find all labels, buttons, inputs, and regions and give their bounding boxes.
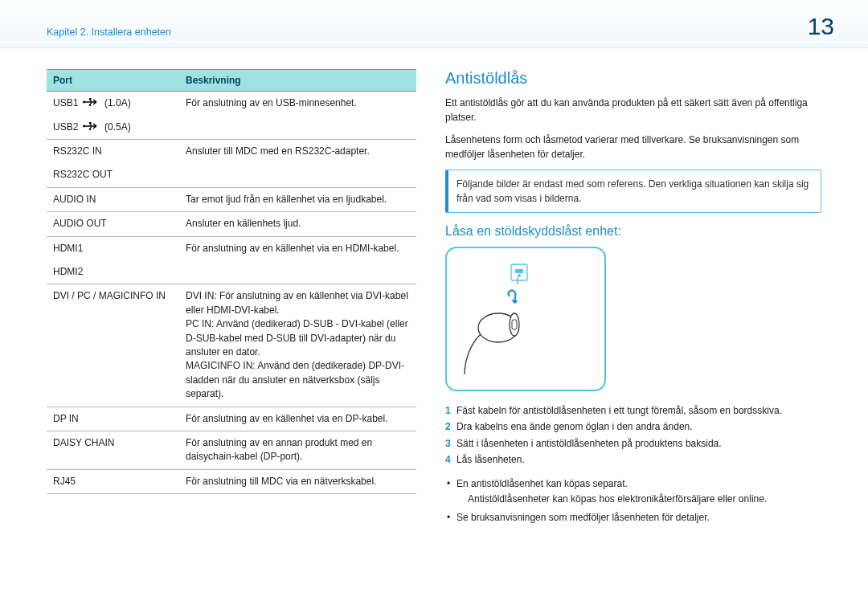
cell-desc: För anslutning av en källenhet via en DP…	[179, 407, 416, 431]
cell-port: AUDIO IN	[47, 187, 179, 211]
svg-rect-7	[515, 269, 523, 273]
cell-desc	[179, 116, 416, 140]
svg-point-2	[89, 104, 91, 106]
ports-table: Port Beskrivning USB1 (1.0A)För anslutni…	[47, 69, 416, 494]
svg-point-5	[89, 128, 91, 129]
cell-desc: För anslutning av en källenhet via en HD…	[179, 236, 416, 260]
svg-point-0	[83, 101, 85, 104]
bullet-item: En antistöldlåsenhet kan köpas separat. …	[445, 476, 821, 507]
cell-desc: Ansluter en källenhets ljud.	[179, 212, 416, 236]
step-item: Lås låsenheten.	[445, 452, 821, 468]
section-title: Antistöldlås	[445, 69, 821, 88]
step-item: Sätt i låsenheten i antistöldlåsenheten …	[445, 435, 821, 452]
svg-point-8	[518, 274, 521, 277]
cell-desc: DVI IN: För anslutning av en källenhet v…	[179, 284, 416, 407]
page-number: 13	[808, 13, 834, 40]
cell-desc	[179, 163, 416, 187]
usb-icon	[83, 96, 100, 110]
steps-list: Fäst kabeln för antistöldlåsenheten i et…	[445, 403, 821, 468]
cell-desc: För anslutning av en USB-minnesenhet.	[179, 92, 416, 116]
table-row: RS232C OUT	[47, 163, 416, 187]
cell-port: RS232C OUT	[47, 163, 179, 187]
right-column: Antistöldlås Ett antistöldlås gör att du…	[445, 69, 821, 529]
cell-desc: För anslutning av en annan produkt med e…	[179, 431, 416, 469]
cell-port: HDMI2	[47, 260, 179, 284]
bullet-subtext: Antistöldlåsenheter kan köpas hos elektr…	[457, 492, 821, 507]
step-item: Fäst kabeln för antistöldlåsenheten i et…	[445, 403, 821, 419]
cell-desc: Tar emot ljud från en källenhet via en l…	[179, 187, 416, 211]
cell-desc: Ansluter till MDC med en RS232C-adapter.	[179, 140, 416, 164]
table-row: RJ45För anslutning till MDC via en nätve…	[47, 469, 416, 493]
port-label: USB2	[53, 121, 78, 133]
bullet-item: Se bruksanvisningen som medföljer låsenh…	[445, 510, 821, 525]
cell-port: USB1 (1.0A)	[47, 92, 179, 116]
bullet-text: En antistöldlåsenhet kan köpas separat.	[457, 478, 628, 489]
table-row: HDMI1För anslutning av en källenhet via …	[47, 236, 416, 260]
th-port: Port	[47, 70, 179, 92]
cell-port: HDMI1	[47, 236, 179, 260]
sub-title: Låsa en stöldskyddslåst enhet:	[445, 224, 821, 239]
table-row: HDMI2	[47, 260, 416, 284]
page-header: Kapitel 2. Installera enheten 13	[0, 0, 868, 48]
port-label: USB1	[53, 97, 78, 108]
table-row: DP INFör anslutning av en källenhet via …	[47, 407, 416, 431]
cell-desc: För anslutning till MDC via en nätverksk…	[179, 469, 416, 493]
th-desc: Beskrivning	[179, 70, 416, 92]
intro-para-1: Ett antistöldlås gör att du kan använda …	[445, 96, 821, 125]
note-box: Följande bilder är endast med som refere…	[445, 170, 821, 213]
lock-illustration	[461, 258, 558, 378]
svg-point-10	[510, 313, 519, 336]
usb-icon	[83, 121, 100, 134]
table-row: DAISY CHAINFör anslutning av en annan pr…	[47, 431, 416, 469]
cell-port: AUDIO OUT	[47, 212, 179, 236]
page-content: Port Beskrivning USB1 (1.0A)För anslutni…	[0, 48, 868, 529]
cell-port: RS232C IN	[47, 140, 179, 164]
cell-port: USB2 (0.5A)	[47, 116, 179, 140]
bullets-list: En antistöldlåsenhet kan köpas separat. …	[445, 476, 821, 526]
cell-port: DAISY CHAIN	[47, 431, 179, 469]
cell-desc	[179, 260, 416, 284]
step-item: Dra kabelns ena ände genom öglan i den a…	[445, 419, 821, 435]
table-row: RS232C INAnsluter till MDC med en RS232C…	[47, 140, 416, 164]
table-row: AUDIO INTar emot ljud från en källenhet …	[47, 187, 416, 211]
table-row: USB2 (0.5A)	[47, 116, 416, 140]
svg-point-3	[83, 125, 85, 127]
chapter-title: Kapitel 2. Installera enheten	[47, 27, 171, 38]
table-row: AUDIO OUTAnsluter en källenhets ljud.	[47, 212, 416, 236]
cell-port: RJ45	[47, 469, 179, 493]
table-row: USB1 (1.0A)För anslutning av en USB-minn…	[47, 92, 416, 116]
intro-para-2: Låsenhetens form och låsmetod varierar m…	[445, 133, 821, 161]
table-header-row: Port Beskrivning	[47, 70, 416, 92]
illustration-box	[445, 247, 606, 391]
port-suffix: (1.0A)	[104, 97, 131, 108]
left-column: Port Beskrivning USB1 (1.0A)För anslutni…	[47, 69, 416, 529]
cell-port: DP IN	[47, 407, 179, 431]
cell-port: DVI / PC / MAGICINFO IN	[47, 284, 179, 407]
port-suffix: (0.5A)	[104, 121, 131, 133]
table-row: DVI / PC / MAGICINFO INDVI IN: För anslu…	[47, 284, 416, 407]
